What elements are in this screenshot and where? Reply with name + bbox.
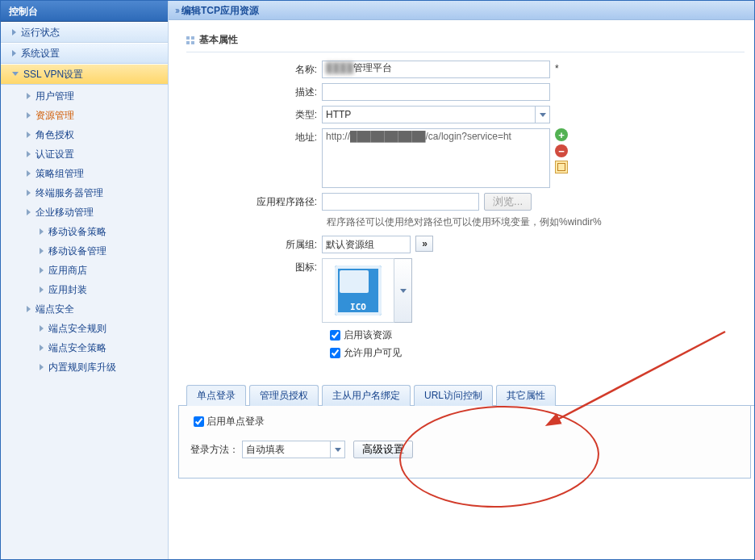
nav-item-appstore[interactable]: 应用商店 <box>14 261 168 280</box>
nav-sub: 用户管理 资源管理 角色授权 认证设置 策略组管理 终端服务器管理 企业移动管理… <box>1 85 168 382</box>
caret-right-icon <box>40 364 44 370</box>
adv-settings-button[interactable]: 高级设置 <box>353 441 413 458</box>
nav-group-label: 系统设置 <box>21 43 60 64</box>
caret-right-icon <box>27 132 31 138</box>
nav-item-ep-builtin[interactable]: 内置规则库升级 <box>14 357 168 377</box>
apppath-input[interactable] <box>322 193 479 211</box>
ico-icon: ICO <box>335 265 382 316</box>
nav-item-appwrap[interactable]: 应用封装 <box>14 280 168 299</box>
name-blurred: ████ <box>326 62 353 73</box>
nav-item-policy[interactable]: 策略组管理 <box>1 164 168 183</box>
nav-item-ep-rule[interactable]: 端点安全规则 <box>14 319 168 338</box>
caret-right-icon <box>12 29 16 36</box>
nav-item-label: 认证设置 <box>35 144 74 164</box>
chevron-right-icon: ›› <box>175 1 178 20</box>
caret-down-icon <box>27 306 31 312</box>
nav-item-mobile-policy[interactable]: 移动设备策略 <box>14 222 168 241</box>
enable-resource-checkbox[interactable] <box>330 330 340 341</box>
nav-item-label: 内置规则库升级 <box>48 357 116 377</box>
label-addr: 地址 <box>241 128 322 144</box>
add-url-button[interactable]: + <box>555 128 568 141</box>
edit-url-button[interactable] <box>555 161 568 173</box>
visible-checkbox[interactable] <box>330 348 340 358</box>
tab-label: URL访问控制 <box>424 390 482 401</box>
caret-right-icon <box>27 93 31 99</box>
nav-item-terminal[interactable]: 终端服务器管理 <box>1 183 168 203</box>
ico-label: ICO <box>350 302 366 312</box>
nav-item-label: 用户管理 <box>35 86 74 106</box>
nav-item-mobile[interactable]: 企业移动管理 <box>1 203 168 222</box>
nav-item-endpoint[interactable]: 端点安全 <box>1 299 168 319</box>
tab-master-slave[interactable]: 主从用户名绑定 <box>322 385 411 406</box>
tab-sso[interactable]: 单点登录 <box>186 385 246 406</box>
caret-down-icon <box>12 72 19 79</box>
apppath-hint: 程序路径可以使用绝对路径也可以使用环境变量，例如%windir% <box>169 215 754 229</box>
icon-picker-button[interactable] <box>394 258 412 323</box>
nav-item-label: 资源管理 <box>35 106 74 125</box>
caret-right-icon <box>40 267 44 274</box>
group-value: 默认资源组 <box>326 236 374 253</box>
nav-item-label: 端点安全 <box>35 299 74 319</box>
nav-item-role[interactable]: 角色授权 <box>1 125 168 144</box>
nav-item-label: 端点安全规则 <box>48 319 106 338</box>
label-name: 名称 <box>241 61 322 77</box>
sso-method-select[interactable]: 自动填表 <box>242 441 345 458</box>
tabs-bar: 单点登录 管理员授权 主从用户名绑定 URL访问控制 其它属性 <box>178 384 754 406</box>
label-icon: 图标 <box>241 258 322 274</box>
sidebar-title: 控制台 <box>1 1 168 22</box>
enable-resource-label: 启用该资源 <box>344 328 392 342</box>
label-desc: 描述 <box>241 83 322 99</box>
nav-item-label: 企业移动管理 <box>35 203 94 222</box>
nav-item-label: 端点安全策略 <box>48 338 106 357</box>
label-apppath: 应用程序路径 <box>241 193 322 209</box>
caret-right-icon <box>27 112 31 119</box>
label-group: 所属组 <box>241 236 322 252</box>
main: ›› 编辑TCP应用资源 基本属性 名称 ████管理平台 * 描述 <box>169 1 754 559</box>
caret-right-icon <box>27 170 31 177</box>
nav-group-system[interactable]: 系统设置 <box>1 43 168 64</box>
sso-method-label: 登录方法： <box>190 443 239 457</box>
nav-item-mobile-mgmt[interactable]: 移动设备管理 <box>14 241 168 261</box>
section-title-label: 基本属性 <box>199 33 238 47</box>
divider <box>186 52 745 52</box>
remove-url-button[interactable]: − <box>555 144 568 157</box>
caret-right-icon <box>27 151 31 157</box>
caret-right-icon <box>40 325 44 332</box>
caret-right-icon <box>12 50 16 56</box>
nav-item-auth[interactable]: 认证设置 <box>1 144 168 164</box>
desc-input[interactable] <box>322 83 550 101</box>
required-mark: * <box>555 61 559 74</box>
chevron-down-icon <box>330 441 344 458</box>
caret-right-icon <box>40 228 44 235</box>
nav-item-label: 角色授权 <box>35 125 74 144</box>
browse-button[interactable]: 浏览... <box>484 193 532 211</box>
group-select[interactable]: 默认资源组 <box>322 236 411 253</box>
tab-admin-auth[interactable]: 管理员授权 <box>249 385 319 406</box>
tab-label: 主从用户名绑定 <box>332 390 400 401</box>
nav-item-label: 移动设备管理 <box>48 241 106 261</box>
caret-right-icon <box>40 248 44 254</box>
nav-item-label: 终端服务器管理 <box>35 183 103 203</box>
nav-item-user[interactable]: 用户管理 <box>1 86 168 106</box>
tab-url-access[interactable]: URL访问控制 <box>414 385 493 406</box>
sso-method-value: 自动填表 <box>246 444 285 455</box>
enable-sso-checkbox[interactable] <box>194 416 204 427</box>
visible-label: 允许用户可见 <box>344 346 402 360</box>
caret-right-icon <box>40 286 44 293</box>
nav-group-sslvpn[interactable]: SSL VPN设置 <box>1 64 168 85</box>
enable-sso-label: 启用单点登录 <box>206 415 265 428</box>
group-picker-button[interactable]: » <box>415 236 433 252</box>
page-title: 编辑TCP应用资源 <box>181 1 259 20</box>
nav-item-resource[interactable]: 资源管理 <box>1 106 168 125</box>
tab-label: 单点登录 <box>197 390 236 401</box>
type-select[interactable]: HTTP <box>322 106 550 123</box>
addr-textarea[interactable]: http://███████████/ca/login?service=ht <box>322 128 550 188</box>
name-suffix: 管理平台 <box>353 62 392 73</box>
tab-other[interactable]: 其它属性 <box>496 385 556 406</box>
nav-group-runtime[interactable]: 运行状态 <box>1 22 168 43</box>
type-value: HTTP <box>326 109 351 120</box>
nav-item-ep-policy[interactable]: 端点安全策略 <box>14 338 168 357</box>
nav-item-label: 应用商店 <box>48 261 87 280</box>
label-type: 类型 <box>241 106 322 122</box>
name-input[interactable]: ████管理平台 <box>322 61 550 78</box>
